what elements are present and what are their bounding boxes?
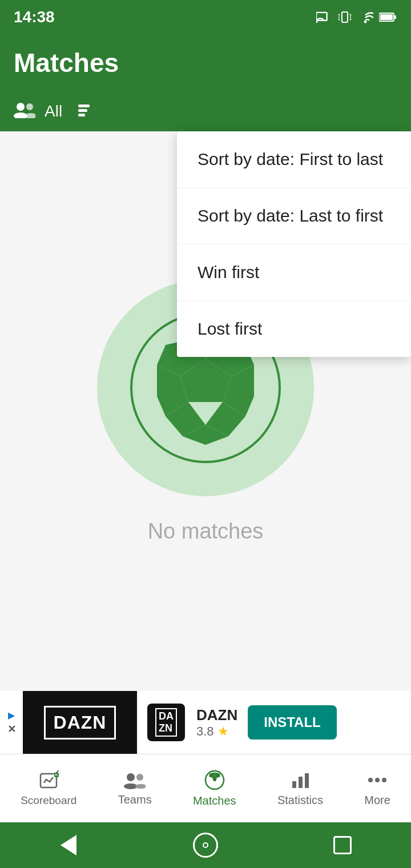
- svg-rect-17: [78, 105, 90, 107]
- people-icon: [14, 101, 35, 122]
- dazn-logo-small: DAZN: [146, 702, 186, 742]
- svg-point-34: [375, 778, 380, 782]
- svg-rect-18: [78, 109, 87, 112]
- battery-icon: [379, 11, 397, 23]
- bottom-nav: Scoreboard Teams Matches Statistics: [0, 754, 411, 822]
- nav-item-teams[interactable]: Teams: [109, 766, 161, 811]
- nav-teams-label: Teams: [118, 793, 152, 806]
- nav-more-label: More: [364, 794, 390, 807]
- nav-matches-label: Matches: [193, 794, 236, 807]
- svg-point-16: [25, 113, 35, 118]
- nav-item-more[interactable]: More: [355, 765, 400, 811]
- ad-text-block: DAZN 3.8 ★: [196, 706, 237, 739]
- main-content: Sort by date: First to last Sort by date…: [0, 131, 411, 691]
- svg-rect-31: [299, 777, 303, 788]
- dazn-logo-big: DAZN: [44, 706, 116, 740]
- vibrate-icon: [338, 10, 352, 24]
- svg-rect-2: [342, 12, 348, 22]
- dropdown-menu: Sort by date: First to last Sort by date…: [177, 131, 411, 357]
- lost-first-item[interactable]: Lost first: [177, 301, 411, 357]
- dropdown-overlay[interactable]: [0, 131, 177, 691]
- back-triangle-icon: [61, 835, 76, 855]
- svg-rect-12: [380, 14, 393, 20]
- win-first-item[interactable]: Win first: [177, 244, 411, 301]
- install-button[interactable]: INSTALL: [248, 705, 337, 740]
- svg-rect-32: [305, 773, 309, 788]
- android-nav: [0, 822, 411, 868]
- matches-icon: [204, 769, 225, 791]
- star-icon: ★: [217, 724, 229, 739]
- svg-rect-30: [292, 781, 296, 788]
- status-time: 14:38: [14, 8, 55, 26]
- svg-point-27: [135, 784, 146, 789]
- sort-last-to-first-item[interactable]: Sort by date: Last to first: [177, 188, 411, 244]
- svg-point-35: [382, 778, 386, 782]
- svg-point-33: [368, 778, 373, 782]
- status-bar: 14:38: [0, 0, 411, 34]
- more-icon: [367, 770, 388, 790]
- statistics-icon: [290, 770, 311, 790]
- svg-line-8: [350, 19, 351, 20]
- nav-item-statistics[interactable]: Statistics: [268, 765, 332, 811]
- wifi-icon: [357, 11, 373, 23]
- ad-close-icon[interactable]: ✕: [7, 723, 16, 736]
- nav-item-matches[interactable]: Matches: [184, 765, 245, 812]
- filter-bar[interactable]: All: [0, 91, 411, 131]
- header: Matches: [0, 34, 411, 91]
- recent-square-icon: [333, 836, 352, 854]
- svg-rect-19: [78, 114, 85, 116]
- svg-rect-11: [394, 15, 396, 19]
- ad-app-name: DAZN: [196, 706, 237, 724]
- ad-banner: ▶ ✕ DAZN DAZN DAZN 3.8 ★ INSTALL: [0, 691, 411, 754]
- nav-item-scoreboard[interactable]: Scoreboard: [11, 766, 86, 811]
- back-button[interactable]: [54, 831, 83, 859]
- ad-play-icon: ▶: [8, 710, 15, 721]
- filter-tag-icon: [77, 102, 95, 120]
- home-circle-icon: [193, 833, 218, 858]
- svg-point-24: [127, 773, 135, 781]
- nav-statistics-label: Statistics: [277, 794, 323, 807]
- teams-icon: [124, 770, 146, 790]
- ad-rating: 3.8 ★: [196, 724, 237, 739]
- svg-point-26: [136, 774, 143, 781]
- svg-point-13: [17, 103, 25, 111]
- page-title: Matches: [14, 47, 119, 78]
- recent-apps-button[interactable]: [328, 831, 357, 859]
- filter-all-label: All: [45, 102, 62, 120]
- ad-image: DAZN: [23, 691, 137, 754]
- svg-line-6: [350, 14, 351, 15]
- svg-line-3: [339, 14, 340, 15]
- sort-first-to-last-item[interactable]: Sort by date: First to last: [177, 131, 411, 188]
- cast-icon: [316, 11, 332, 23]
- svg-point-15: [26, 103, 33, 110]
- scoreboard-icon: [38, 770, 59, 791]
- svg-point-9: [364, 21, 367, 23]
- status-icons: [316, 10, 397, 24]
- ad-close-area[interactable]: ▶ ✕: [0, 691, 23, 754]
- nav-scoreboard-label: Scoreboard: [21, 794, 76, 807]
- svg-line-5: [339, 19, 340, 20]
- ad-info: DAZN DAZN 3.8 ★ INSTALL: [137, 702, 411, 742]
- home-button[interactable]: [191, 831, 220, 859]
